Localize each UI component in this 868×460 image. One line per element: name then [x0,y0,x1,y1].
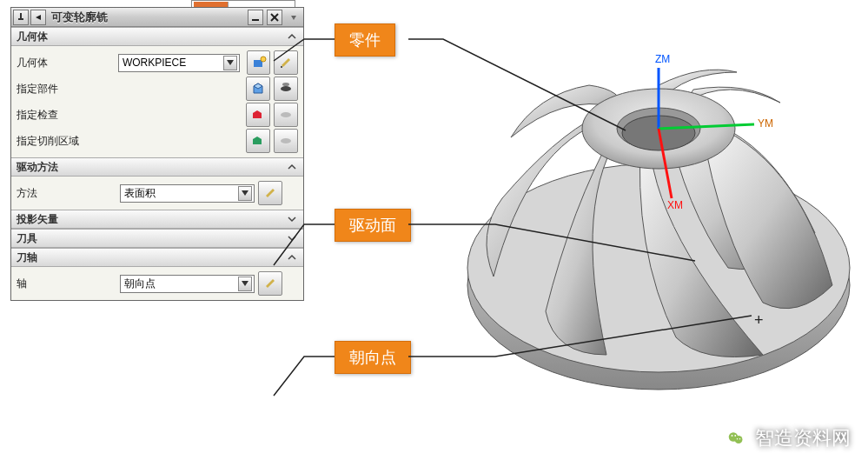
svg-rect-10 [281,66,282,68]
select-cutarea-button[interactable] [246,129,270,153]
pin-button[interactable] [13,10,29,25]
svg-marker-15 [253,110,262,118]
label-specify-check: 指定检查 [17,108,116,123]
crosshair-marker: + [754,311,764,329]
svg-point-31 [732,435,733,437]
section-title: 驱动方法 [17,160,58,175]
chevron-down-icon[interactable] [223,56,237,70]
chevron-down-icon[interactable] [238,277,252,291]
select-part-button[interactable] [246,77,270,101]
svg-point-18 [281,138,291,143]
svg-point-32 [734,435,736,437]
section-header-geometry[interactable]: 几何体 [11,27,303,46]
dropdown-axis[interactable]: 朝向点 [120,275,255,293]
wechat-icon [724,426,748,450]
axis-y-label: YM [758,117,773,130]
chevron-down-icon [286,232,298,244]
watermark: 智造资料网 [724,425,851,451]
section-header-axis[interactable]: 刀轴 [11,248,303,267]
section-body-axis: 轴 朝向点 [11,267,303,300]
dropdown-geometry[interactable]: WORKPIECE [118,54,240,72]
svg-rect-3 [252,19,259,21]
svg-point-33 [737,438,739,440]
svg-point-9 [261,57,266,62]
dropdown-value: 朝向点 [124,277,156,291]
display-cutarea-button[interactable] [274,129,298,153]
row-specify-check: 指定检查 [17,102,298,128]
svg-marker-20 [242,281,248,286]
axis-x-label: XM [667,199,683,211]
svg-point-34 [739,438,741,440]
create-geometry-button[interactable] [247,50,271,75]
svg-point-16 [281,112,291,117]
axis-z-label: ZM [655,53,670,65]
section-title: 投影矢量 [17,212,58,227]
svg-rect-0 [20,13,22,18]
svg-marker-7 [227,60,234,65]
section-body-drive: 方法 表面积 [11,177,303,210]
row-specify-cutarea: 指定切削区域 [17,128,298,154]
minimize-button[interactable] [248,10,263,25]
dialog-title: 可变轮廓铣 [46,10,246,25]
svg-marker-19 [242,190,248,196]
dropdown-value: WORKPIECE [123,57,186,69]
label-method: 方法 [17,186,116,201]
section-title: 刀轴 [17,250,37,265]
svg-marker-17 [253,137,262,144]
section-title: 几何体 [17,30,48,44]
label-axis: 轴 [17,277,116,291]
chevron-down-icon[interactable] [238,186,252,201]
callout-toward-point: 朝向点 [335,341,411,374]
svg-marker-6 [291,16,296,20]
svg-rect-1 [18,18,23,20]
help-button[interactable] [286,10,301,25]
svg-point-30 [735,436,743,443]
dropdown-method[interactable]: 表面积 [120,184,255,203]
label-specify-part: 指定部件 [17,82,116,97]
row-geometry-body: 几何体 WORKPIECE [17,50,298,76]
row-method: 方法 表面积 [17,180,298,206]
chevron-down-icon [286,213,298,225]
row-axis: 轴 朝向点 [17,270,298,297]
label-specify-cutarea: 指定切削区域 [17,134,116,149]
edit-axis-button[interactable] [258,271,282,296]
select-check-button[interactable] [246,103,270,127]
section-header-drive[interactable]: 驱动方法 [11,157,303,177]
section-header-projection[interactable]: 投影矢量 [11,210,303,229]
label-geometry: 几何体 [17,56,115,70]
section-title: 刀具 [17,231,37,246]
title-bar: 可变轮廓铣 [11,8,303,27]
arrow-icon [30,10,46,25]
display-check-button[interactable] [274,103,298,127]
edit-method-button[interactable] [258,181,282,205]
section-body-geometry: 几何体 WORKPIECE 指定部件 指定检查 [11,46,303,157]
row-specify-part: 指定部件 [17,76,298,102]
svg-point-13 [281,86,291,91]
watermark-text: 智造资料网 [755,425,851,451]
chevron-up-icon [286,161,298,173]
edit-geometry-button[interactable] [274,50,298,75]
dropdown-value: 表面积 [124,186,156,201]
callout-part: 零件 [335,23,395,57]
close-button[interactable] [267,10,282,25]
operation-dialog: 可变轮廓铣 几何体 几何体 WORKPIECE [10,7,304,301]
chevron-up-icon [286,251,298,263]
display-part-button[interactable] [274,77,298,101]
section-header-tool[interactable]: 刀具 [11,229,303,248]
callout-drive-surface: 驱动面 [335,209,411,242]
svg-point-14 [282,83,289,86]
chevron-up-icon [286,30,298,43]
svg-marker-2 [36,15,41,20]
